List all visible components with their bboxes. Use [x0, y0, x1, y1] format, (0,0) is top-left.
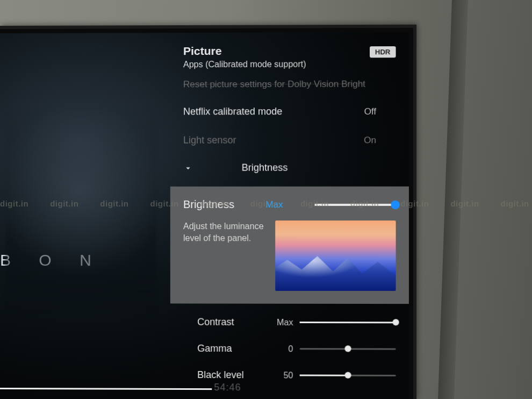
slider-value: 50	[263, 370, 293, 380]
brightness-value: Max	[265, 199, 283, 210]
setting-label: Netflix calibrated mode	[183, 106, 282, 117]
slider-label: Black level	[197, 369, 257, 381]
black-level-row[interactable]: Black level 50	[170, 362, 409, 389]
panel-header: Picture Apps (Calibrated mode support) H…	[170, 32, 409, 75]
brightness-description: Adjust the luminance level of the panel.	[183, 220, 264, 291]
brightness-section-header[interactable]: Brightness	[170, 154, 409, 181]
panel-subtitle: Apps (Calibrated mode support)	[183, 60, 306, 70]
picture-settings-panel: Picture Apps (Calibrated mode support) H…	[170, 32, 409, 399]
setting-label: Light sensor	[183, 134, 236, 146]
slider-knob[interactable]	[393, 319, 399, 325]
slider-knob[interactable]	[344, 345, 351, 352]
brightness-preview-image	[275, 220, 396, 291]
netflix-calibrated-row[interactable]: Netflix calibrated mode Off	[170, 97, 409, 126]
wall-corner	[438, 0, 468, 399]
light-sensor-row: Light sensor On	[170, 126, 409, 155]
tv-screen: B O N 54:46 Picture Apps (Calibrated mod…	[0, 32, 409, 399]
section-label: Brightness	[242, 162, 288, 174]
brightness-title: Brightness	[183, 198, 234, 211]
slider-knob[interactable]	[344, 372, 351, 379]
brightness-card[interactable]: Brightness Max Adjust the luminance leve…	[170, 187, 409, 304]
setting-value: On	[364, 135, 376, 146]
slider-label: Gamma	[197, 343, 257, 354]
contrast-row[interactable]: Contrast Max	[170, 309, 409, 336]
hdr-badge: HDR	[370, 46, 396, 58]
brightness-slider[interactable]	[314, 203, 396, 205]
panel-title: Picture	[183, 44, 306, 58]
video-title-overlay: B O N	[0, 251, 103, 269]
gamma-slider[interactable]	[300, 348, 396, 350]
slider-value: Max	[263, 317, 293, 327]
chevron-down-icon	[183, 163, 193, 173]
reset-settings-row[interactable]: Reset picture settings for Dolby Vision …	[170, 74, 409, 97]
tv-frame: B O N 54:46 Picture Apps (Calibrated mod…	[0, 25, 416, 399]
slider-label: Contrast	[197, 317, 257, 328]
contrast-slider[interactable]	[300, 322, 396, 323]
black-level-slider[interactable]	[300, 374, 396, 376]
slider-value: 0	[263, 344, 293, 354]
brightness-slider-thumb[interactable]	[391, 200, 399, 209]
setting-value: Off	[364, 106, 377, 117]
gamma-row[interactable]: Gamma 0	[170, 336, 409, 362]
